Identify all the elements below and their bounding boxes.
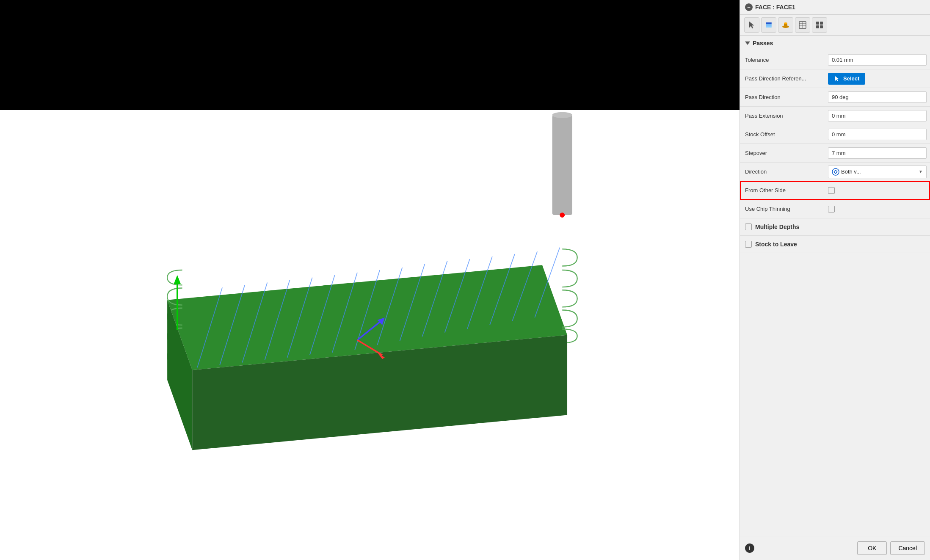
- pass-extension-row: Pass Extension: [740, 107, 930, 125]
- chip-thinning-label: Use Chip Thinning: [740, 202, 825, 215]
- tolerance-value[interactable]: [825, 52, 930, 68]
- svg-rect-40: [816, 22, 819, 25]
- svg-rect-30: [766, 22, 772, 24]
- pass-direction-ref-label: Pass Direction Referen...: [740, 72, 825, 85]
- chip-thinning-checkbox[interactable]: [828, 206, 835, 212]
- pass-direction-input[interactable]: [828, 91, 927, 103]
- passes-section-body: Tolerance Pass Direction Referen... Sele…: [740, 51, 930, 218]
- layers-icon: [764, 21, 773, 29]
- passes-section: Passes Tolerance Pass Direction Referen.…: [740, 36, 930, 218]
- direction-icon-container: Both v...: [832, 168, 861, 176]
- panel: – FACE : FACE1: [740, 0, 930, 560]
- stepover-row: Stepover: [740, 144, 930, 163]
- stepover-value[interactable]: [825, 145, 930, 161]
- table-icon: [798, 21, 807, 29]
- toolbar-layers-btn[interactable]: [761, 17, 776, 33]
- from-other-side-row: From Other Side: [740, 181, 930, 200]
- from-other-side-label: From Other Side: [740, 184, 825, 197]
- svg-marker-44: [835, 76, 839, 81]
- svg-rect-43: [820, 25, 823, 28]
- info-icon[interactable]: i: [745, 543, 754, 553]
- chip-thinning-row: Use Chip Thinning: [740, 200, 930, 218]
- pass-direction-row: Pass Direction: [740, 88, 930, 107]
- cancel-button[interactable]: Cancel: [890, 541, 925, 555]
- from-other-side-checkbox[interactable]: [828, 187, 835, 194]
- pass-direction-label: Pass Direction: [740, 91, 825, 104]
- svg-rect-32: [766, 26, 772, 28]
- toolbar-hat-btn[interactable]: [778, 17, 793, 33]
- stepover-input[interactable]: [828, 147, 927, 159]
- passes-section-header[interactable]: Passes: [740, 36, 930, 51]
- pass-direction-value[interactable]: [825, 89, 930, 105]
- svg-marker-29: [749, 22, 754, 28]
- stepover-label: Stepover: [740, 146, 825, 160]
- cursor-icon: [748, 21, 756, 29]
- svg-rect-36: [799, 22, 806, 28]
- multiple-depths-label: Multiple Depths: [755, 223, 799, 230]
- face-icon: –: [745, 3, 753, 11]
- viewport-area: [0, 0, 740, 560]
- tolerance-input[interactable]: [828, 54, 927, 66]
- tolerance-label: Tolerance: [740, 53, 825, 66]
- passes-expand-icon: [745, 41, 750, 45]
- toolbar-table-btn[interactable]: [795, 17, 810, 33]
- multiple-depths-row: Multiple Depths: [740, 218, 930, 236]
- toolbar: [740, 15, 930, 36]
- passes-label: Passes: [753, 40, 773, 47]
- direction-text: Both v...: [841, 168, 861, 175]
- from-other-side-value[interactable]: [825, 185, 930, 196]
- select-button[interactable]: Select: [828, 73, 865, 85]
- svg-rect-31: [766, 25, 772, 26]
- info-label: i: [749, 545, 751, 552]
- multiple-depths-checkbox[interactable]: [745, 223, 752, 230]
- 3d-scene: [0, 110, 740, 560]
- panel-header: – FACE : FACE1: [740, 0, 930, 15]
- stock-offset-input[interactable]: [828, 129, 927, 140]
- grid-icon: [815, 21, 824, 29]
- stock-offset-label: Stock Offset: [740, 128, 825, 141]
- tolerance-row: Tolerance: [740, 51, 930, 69]
- dropdown-arrow-icon: ▼: [919, 169, 923, 174]
- cursor-select-icon: [834, 75, 841, 82]
- hat-icon: [781, 21, 790, 29]
- direction-row: Direction Both v... ▼: [740, 163, 930, 181]
- direction-label: Direction: [740, 165, 825, 178]
- direction-value[interactable]: Both v... ▼: [825, 163, 930, 181]
- pass-direction-ref-value[interactable]: Select: [825, 70, 930, 87]
- stock-to-leave-label: Stock to Leave: [755, 241, 797, 248]
- chip-thinning-value[interactable]: [825, 203, 930, 215]
- svg-rect-42: [816, 25, 819, 28]
- spacer: [740, 253, 930, 536]
- stock-to-leave-checkbox[interactable]: [745, 241, 752, 248]
- toolbar-cursor-btn[interactable]: [744, 17, 759, 33]
- stock-offset-value[interactable]: [825, 126, 930, 143]
- pass-extension-input[interactable]: [828, 110, 927, 121]
- pass-extension-label: Pass Extension: [740, 109, 825, 122]
- both-directions-icon: [832, 168, 839, 176]
- pass-extension-value[interactable]: [825, 108, 930, 124]
- panel-title: FACE : FACE1: [755, 4, 795, 11]
- ok-button[interactable]: OK: [857, 541, 887, 555]
- svg-point-45: [832, 168, 839, 175]
- select-label: Select: [843, 75, 859, 82]
- stock-offset-row: Stock Offset: [740, 125, 930, 144]
- svg-point-3: [560, 212, 565, 218]
- svg-point-2: [552, 112, 572, 118]
- pass-direction-ref-row: Pass Direction Referen... Select: [740, 69, 930, 88]
- svg-rect-41: [820, 22, 823, 25]
- svg-point-35: [784, 22, 787, 24]
- toolbar-grid-btn[interactable]: [812, 17, 827, 33]
- svg-rect-1: [552, 115, 572, 215]
- stock-to-leave-row: Stock to Leave: [740, 236, 930, 253]
- direction-dropdown[interactable]: Both v... ▼: [828, 166, 927, 178]
- panel-footer: i OK Cancel: [740, 536, 930, 560]
- footer-buttons: OK Cancel: [857, 541, 925, 555]
